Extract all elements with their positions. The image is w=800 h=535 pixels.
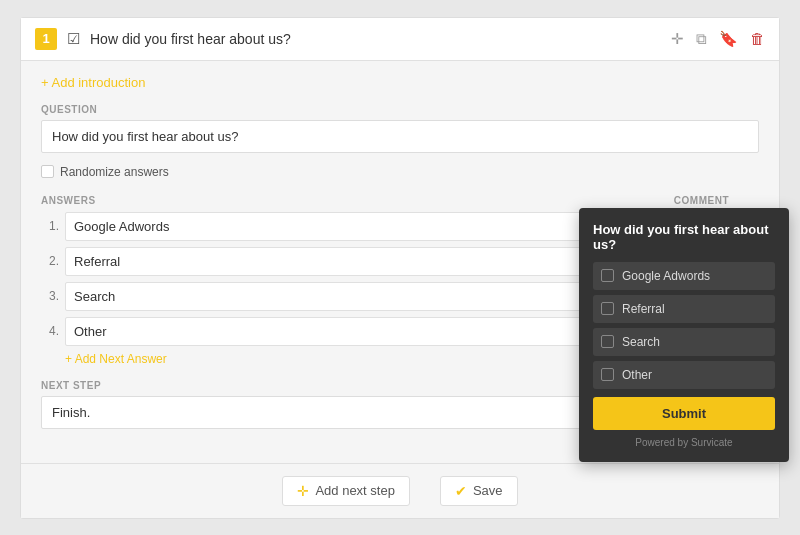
- popup-checkbox-2[interactable]: [601, 302, 614, 315]
- main-container: 1 ☑ How did you first hear about us? ✛ ⧉…: [20, 17, 780, 519]
- popup-option-2[interactable]: Referral: [593, 295, 775, 323]
- popup-checkbox-4[interactable]: [601, 368, 614, 381]
- bottom-bar: ✛ Add next step ✔ Save: [21, 463, 779, 518]
- randomize-checkbox[interactable]: [41, 165, 54, 178]
- header-icons: ✛ ⧉ 🔖 🗑: [671, 30, 765, 48]
- popup-title: How did you first hear about us?: [593, 222, 775, 252]
- checkbox-icon: ☑: [67, 30, 80, 48]
- add-next-step-label: Add next step: [315, 483, 395, 498]
- question-input[interactable]: [41, 120, 759, 153]
- checkmark-save-icon: ✔: [455, 483, 467, 499]
- popup-option-label-2: Referral: [622, 302, 665, 316]
- popup-option-3[interactable]: Search: [593, 328, 775, 356]
- answer-number-1: 1.: [41, 219, 59, 233]
- bookmark-icon[interactable]: 🔖: [719, 30, 738, 48]
- question-title: How did you first hear about us?: [90, 31, 291, 47]
- save-label: Save: [473, 483, 503, 498]
- preview-popup: How did you first hear about us? Google …: [579, 208, 789, 462]
- answers-label: ANSWERS: [41, 195, 96, 206]
- popup-checkbox-1[interactable]: [601, 269, 614, 282]
- question-number: 1: [35, 28, 57, 50]
- popup-option-label-1: Google Adwords: [622, 269, 710, 283]
- question-header-left: 1 ☑ How did you first hear about us?: [35, 28, 291, 50]
- answer-number-3: 3.: [41, 289, 59, 303]
- next-step-value: Finish.: [52, 405, 90, 420]
- question-section-label: QUESTION: [41, 104, 759, 115]
- answer-number-4: 4.: [41, 324, 59, 338]
- delete-icon[interactable]: 🗑: [750, 30, 765, 47]
- answers-header: ANSWERS COMMENT: [41, 195, 759, 206]
- plus-icon: ✛: [297, 483, 309, 499]
- comment-label: COMMENT: [674, 195, 729, 206]
- answer-number-2: 2.: [41, 254, 59, 268]
- popup-submit-button[interactable]: Submit: [593, 397, 775, 430]
- popup-option-4[interactable]: Other: [593, 361, 775, 389]
- popup-option-label-3: Search: [622, 335, 660, 349]
- popup-powered-by: Powered by Survicate: [593, 437, 775, 448]
- popup-option-label-4: Other: [622, 368, 652, 382]
- move-icon[interactable]: ✛: [671, 30, 684, 48]
- popup-option-1[interactable]: Google Adwords: [593, 262, 775, 290]
- add-next-step-button[interactable]: ✛ Add next step: [282, 476, 410, 506]
- randomize-row: Randomize answers: [41, 165, 759, 179]
- popup-checkbox-3[interactable]: [601, 335, 614, 348]
- save-button[interactable]: ✔ Save: [440, 476, 518, 506]
- copy-icon[interactable]: ⧉: [696, 30, 707, 48]
- question-header: 1 ☑ How did you first hear about us? ✛ ⧉…: [21, 18, 779, 61]
- add-intro-btn[interactable]: + Add introduction: [41, 75, 759, 90]
- randomize-label: Randomize answers: [60, 165, 169, 179]
